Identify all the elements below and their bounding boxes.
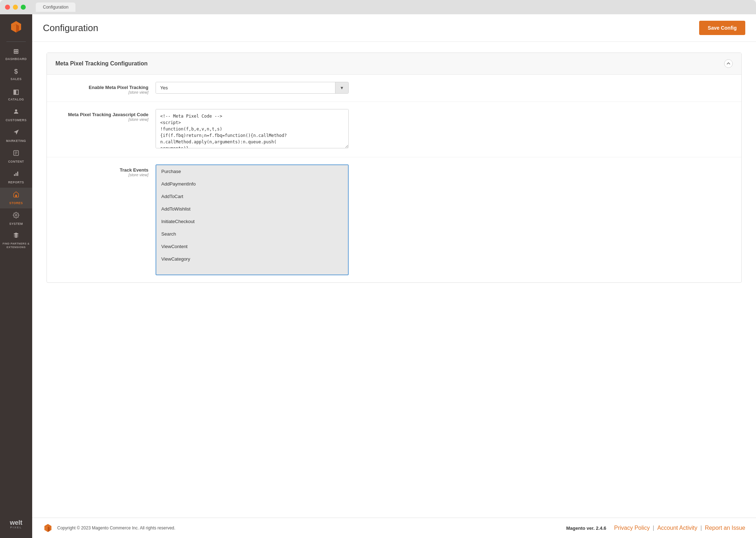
config-section-title: Meta Pixel Tracking Configuration: [55, 60, 148, 67]
js-code-control: <!-- Meta Pixel Code --> <script> !funct…: [156, 109, 349, 150]
reports-icon: [13, 171, 19, 179]
sidebar-label-system: SYSTEM: [9, 222, 23, 226]
enable-tracking-label-sub: [store view]: [55, 90, 148, 94]
page-title: Configuration: [43, 23, 98, 34]
sidebar-item-customers[interactable]: CUSTOMERS: [0, 105, 32, 125]
sidebar: ⊞ DASHBOARD $ SALES ◧ CATALOG CUSTOMERS …: [0, 14, 32, 538]
enable-tracking-label: Enable Meta Pixel Tracking [store view]: [55, 82, 156, 94]
js-code-textarea[interactable]: <!-- Meta Pixel Code --> <script> !funct…: [156, 109, 349, 148]
sidebar-label-marketing: MARKETING: [6, 139, 26, 143]
sidebar-item-stores[interactable]: STORES: [0, 188, 32, 208]
mac-close-btn[interactable]: [5, 5, 10, 10]
collapse-button[interactable]: [724, 59, 733, 68]
footer-left: Copyright © 2023 Magento Commerce Inc. A…: [43, 523, 175, 533]
footer-privacy-policy-link[interactable]: Privacy Policy: [614, 525, 650, 531]
list-item-viewcontent[interactable]: ViewContent: [156, 240, 348, 253]
svg-rect-7: [17, 172, 18, 176]
weltpixel-branding: welt PIXEL: [10, 514, 22, 534]
list-item-search[interactable]: Search: [156, 228, 348, 240]
footer-copyright: Copyright © 2023 Magento Commerce Inc. A…: [57, 525, 175, 530]
enable-tracking-control: Yes ▼: [156, 82, 349, 94]
config-section-meta-pixel: Meta Pixel Tracking Configuration Enable…: [46, 53, 742, 283]
mac-chrome: Configuration: [0, 0, 756, 14]
footer: Copyright © 2023 Magento Commerce Inc. A…: [32, 518, 756, 538]
sidebar-label-catalog: CATALOG: [8, 98, 24, 101]
sidebar-label-content: CONTENT: [8, 160, 24, 163]
system-icon: [13, 212, 19, 220]
sidebar-item-dashboard[interactable]: ⊞ DASHBOARD: [0, 44, 32, 64]
svg-rect-5: [14, 174, 15, 176]
sidebar-item-system[interactable]: SYSTEM: [0, 208, 32, 229]
find-partners-icon: [13, 232, 19, 240]
footer-magento-logo: [43, 523, 53, 533]
track-events-label-sub: [store view]: [55, 173, 148, 177]
dashboard-icon: ⊞: [13, 48, 19, 55]
app-shell: ⊞ DASHBOARD $ SALES ◧ CATALOG CUSTOMERS …: [0, 14, 756, 538]
sidebar-item-content[interactable]: CONTENT: [0, 146, 32, 167]
browser-tab[interactable]: Configuration: [36, 3, 75, 12]
welt-logo: welt: [10, 519, 22, 526]
sidebar-label-sales: SALES: [11, 77, 22, 81]
magento-logo: [7, 18, 25, 36]
js-code-label-main: Meta Pixel Tracking Javascript Code: [55, 112, 148, 117]
config-row-enable-tracking: Enable Meta Pixel Tracking [store view] …: [47, 75, 741, 102]
js-code-label: Meta Pixel Tracking Javascript Code [sto…: [55, 109, 156, 122]
enable-tracking-select[interactable]: Yes ▼: [156, 82, 349, 94]
track-events-label: Track Events [store view]: [55, 164, 156, 177]
sidebar-label-customers: CUSTOMERS: [6, 118, 27, 122]
enable-tracking-value: Yes: [156, 82, 335, 93]
mac-maximize-btn[interactable]: [21, 5, 26, 10]
select-arrow-icon[interactable]: ▼: [335, 82, 348, 93]
footer-magento-label: Magento ver. 2.4.6: [566, 525, 606, 531]
track-events-listbox[interactable]: Purchase AddPaymentInfo AddToCart AddToW…: [156, 164, 349, 275]
sidebar-label-dashboard: DASHBOARD: [5, 57, 27, 61]
save-config-button[interactable]: Save Config: [699, 21, 745, 35]
welt-sub: PIXEL: [10, 526, 22, 529]
js-code-label-sub: [store view]: [55, 117, 148, 122]
sidebar-label-stores: STORES: [9, 201, 23, 205]
top-header: Configuration Save Config: [32, 14, 756, 42]
svg-point-9: [15, 214, 17, 216]
config-row-js-code: Meta Pixel Tracking Javascript Code [sto…: [47, 102, 741, 157]
main-content: Configuration Save Config Meta Pixel Tra…: [32, 14, 756, 538]
svg-rect-8: [15, 195, 17, 197]
footer-account-activity-link[interactable]: Account Activity: [657, 525, 697, 531]
sidebar-label-reports: REPORTS: [8, 181, 24, 184]
sidebar-item-catalog[interactable]: ◧ CATALOG: [0, 84, 32, 105]
track-events-control: Purchase AddPaymentInfo AddToCart AddToW…: [156, 164, 349, 275]
svg-point-0: [15, 109, 17, 112]
sidebar-item-sales[interactable]: $ SALES: [0, 64, 32, 84]
catalog-icon: ◧: [13, 88, 19, 96]
mac-minimize-btn[interactable]: [13, 5, 18, 10]
content-icon: [13, 150, 19, 158]
stores-icon: [13, 191, 19, 199]
footer-links: Privacy Policy | Account Activity | Repo…: [614, 525, 745, 531]
list-item-addpaymentinfo[interactable]: AddPaymentInfo: [156, 178, 348, 190]
sidebar-divider-top: [6, 41, 26, 42]
svg-rect-6: [16, 173, 17, 176]
footer-sep-1: |: [653, 525, 656, 531]
list-item-addtowishlist[interactable]: AddToWishlist: [156, 203, 348, 215]
customers-icon: [13, 108, 19, 117]
config-row-track-events: Track Events [store view] Purchase AddPa…: [47, 157, 741, 282]
list-item-initiatecheckout[interactable]: InitiateCheckout: [156, 215, 348, 228]
sidebar-item-reports[interactable]: REPORTS: [0, 167, 32, 188]
enable-tracking-label-main: Enable Meta Pixel Tracking: [55, 85, 148, 90]
list-item-viewcategory[interactable]: ViewCategory: [156, 253, 348, 265]
footer-report-issue-link[interactable]: Report an Issue: [705, 525, 745, 531]
list-item-purchase[interactable]: Purchase: [156, 165, 348, 178]
track-events-label-main: Track Events: [55, 167, 148, 173]
sidebar-item-find-partners[interactable]: FIND PARTNERS & EXTENSIONS: [0, 229, 32, 252]
footer-right: Magento ver. 2.4.6 Privacy Policy | Acco…: [566, 525, 745, 531]
sidebar-label-find-partners: FIND PARTNERS & EXTENSIONS: [1, 242, 31, 249]
footer-sep-2: |: [700, 525, 703, 531]
sales-icon: $: [14, 68, 18, 75]
marketing-icon: [13, 129, 19, 137]
sidebar-item-marketing[interactable]: MARKETING: [0, 125, 32, 146]
config-section-header: Meta Pixel Tracking Configuration: [47, 53, 741, 75]
page-body: Meta Pixel Tracking Configuration Enable…: [32, 42, 756, 518]
list-item-addtocart[interactable]: AddToCart: [156, 190, 348, 203]
